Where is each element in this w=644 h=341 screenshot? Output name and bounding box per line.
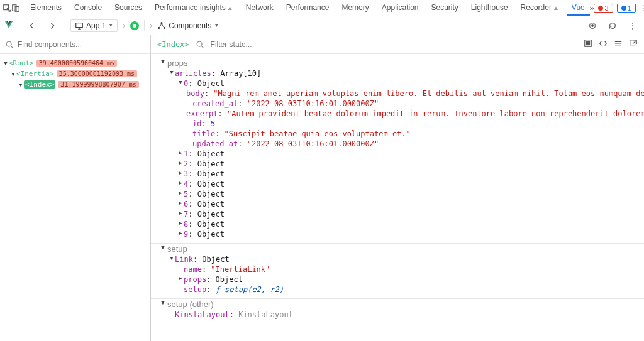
target-icon[interactable] [130, 21, 139, 30]
messages-badge[interactable]: 1 [617, 4, 636, 13]
toggle-arrow-icon[interactable]: ▼ [177, 79, 184, 85]
setup-other-section-label: setup (other) [167, 300, 214, 309]
state-inspector-pane: <Index> ▼props▼articles: Array[10]▼0: Ob… [151, 35, 644, 341]
more-tabs-icon[interactable]: » [590, 1, 594, 15]
devtools-tab-application[interactable]: Application [377, 1, 424, 16]
main-split: ▼<Root>39.40000005960464 ms▼<Inertia>35.… [0, 35, 644, 341]
devtools-tab-console[interactable]: Console [69, 1, 107, 16]
toggle-arrow-icon[interactable]: ▼ [169, 69, 175, 75]
errors-badge[interactable]: 3 [594, 4, 613, 13]
toggle-arrow-icon[interactable]: ▶ [177, 190, 184, 196]
toggle-arrow-icon[interactable]: ▶ [177, 160, 184, 166]
app-selector[interactable]: App 1 ▼ [70, 19, 118, 32]
settings-icon[interactable] [640, 1, 644, 15]
filter-state-input[interactable] [211, 40, 305, 49]
setup-section-label: setup [167, 244, 187, 254]
toggle-arrow-icon[interactable]: ▼ [160, 58, 166, 65]
refresh-icon[interactable] [605, 18, 620, 33]
inspector-header: <Index> [151, 35, 644, 54]
show-code-icon[interactable] [599, 39, 608, 50]
device-toggle-icon[interactable] [11, 1, 20, 15]
devtools-tab-performance[interactable]: Performance [281, 1, 335, 16]
scroll-to-icon[interactable] [584, 39, 592, 50]
component-tree: ▼<Root>39.40000005960464 ms▼<Inertia>35.… [0, 54, 150, 94]
devtools-tab-security[interactable]: Security [426, 1, 464, 16]
devtools-tab-network[interactable]: Network [241, 1, 279, 16]
devtools-topbar: ElementsConsoleSourcesPerformance insigh… [0, 0, 644, 16]
tree-node[interactable]: ▼<Index>31.19999998807907 ms [0, 79, 150, 90]
component-search [0, 35, 150, 54]
components-label: Components [169, 21, 211, 30]
svg-point-9 [592, 24, 594, 26]
open-in-editor-icon[interactable] [629, 39, 638, 50]
toggle-arrow-icon[interactable]: ▶ [177, 149, 184, 156]
selected-component-name: <Index> [157, 40, 189, 49]
select-in-page-icon[interactable] [585, 18, 600, 33]
svg-rect-1 [13, 4, 16, 11]
devtools-tab-sources[interactable]: Sources [109, 1, 147, 16]
search-icon [196, 40, 204, 49]
messages-count: 1 [628, 4, 631, 12]
more-icon[interactable]: ⋮ [625, 18, 640, 33]
forward-icon[interactable] [45, 18, 60, 33]
devtools-tab-vue[interactable]: Vue [567, 1, 590, 16]
app-label: App 1 [86, 21, 106, 30]
toggle-arrow-icon[interactable]: ▶ [177, 275, 184, 281]
back-icon[interactable] [25, 18, 40, 33]
tree-node[interactable]: ▼<Inertia>35.30000001192093 ms [0, 68, 150, 79]
devtools-tab-lighthouse[interactable]: Lighthouse [466, 1, 513, 16]
inspect-icon[interactable] [3, 1, 11, 15]
toggle-arrow-icon[interactable]: ▶ [177, 230, 184, 236]
toggle-arrow-icon[interactable]: ▶ [177, 170, 184, 176]
toggle-arrow-icon[interactable]: ▶ [177, 200, 184, 206]
components-selector[interactable]: Components ▼ [157, 21, 219, 30]
devtools-tab-memory[interactable]: Memory [336, 1, 374, 16]
search-icon [5, 40, 14, 49]
devtools-tab-performance-insights[interactable]: Performance insights▲ [150, 1, 238, 16]
svg-point-11 [197, 41, 202, 46]
toggle-arrow-icon[interactable]: ▼ [160, 244, 166, 251]
vue-toolbar: App 1 ▼ › › Components ▼ ⋮ [0, 16, 644, 35]
devtools-tab-recorder[interactable]: Recorder▲ [516, 1, 564, 16]
toggle-arrow-icon[interactable]: ▼ [160, 300, 166, 306]
svg-point-5 [161, 22, 163, 24]
toggle-arrow-icon[interactable]: ▶ [177, 220, 184, 226]
props-section-label: props [167, 58, 188, 68]
vue-logo-icon [4, 19, 14, 32]
component-search-input[interactable] [18, 40, 145, 49]
devtools-tabs: ElementsConsoleSourcesPerformance insigh… [25, 1, 590, 16]
toggle-arrow-icon[interactable]: ▼ [169, 255, 175, 261]
svg-rect-4 [76, 23, 83, 27]
errors-count: 3 [604, 4, 608, 12]
svg-point-10 [6, 41, 11, 46]
component-tree-pane: ▼<Root>39.40000005960464 ms▼<Inertia>35.… [0, 35, 151, 341]
inspector-body: ▼props▼articles: Array[10]▼0: Objectbody… [151, 54, 644, 341]
toggle-arrow-icon[interactable]: ▶ [177, 180, 184, 186]
svg-rect-13 [586, 41, 589, 45]
tree-node[interactable]: ▼<Root>39.40000005960464 ms [0, 58, 150, 68]
inspect-dom-icon[interactable] [614, 39, 623, 50]
devtools-tab-elements[interactable]: Elements [25, 1, 67, 16]
toggle-arrow-icon[interactable]: ▶ [177, 210, 184, 216]
